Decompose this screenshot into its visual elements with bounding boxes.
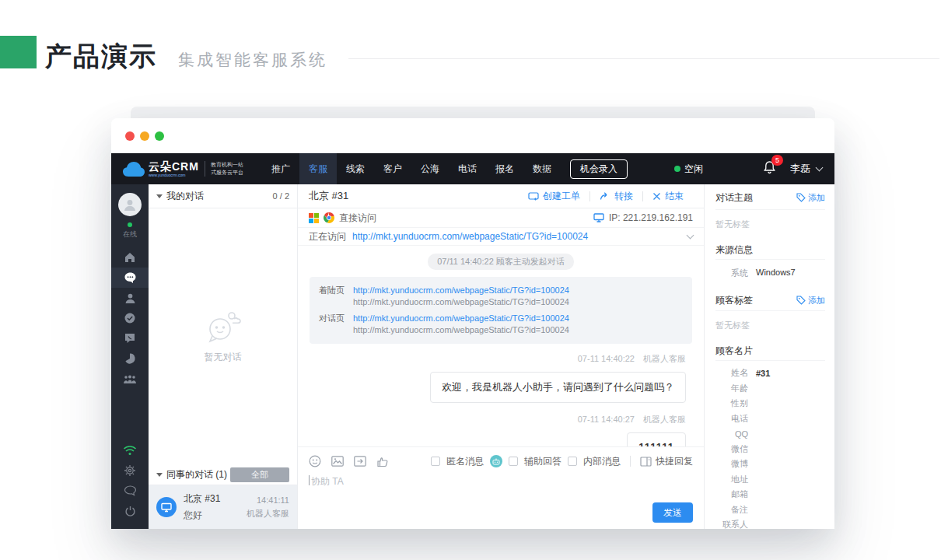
conversation-time: 14:41:11	[257, 495, 289, 505]
message-meta: 07-11 14:40:27 机器人客服	[310, 414, 692, 425]
transfer-button[interactable]: 转接	[590, 190, 642, 203]
end-conversation-button[interactable]: 结束	[643, 190, 693, 203]
pie-chart-icon	[124, 352, 136, 365]
all-button[interactable]: 全部	[230, 467, 289, 482]
landing-page-link[interactable]: http://mkt.yunduocrm.com/webpageStatic/T…	[353, 285, 569, 296]
internal-message-checkbox[interactable]	[568, 457, 577, 466]
customer-tags-empty-label: 暂无标签	[715, 311, 825, 340]
image-icon[interactable]	[331, 456, 344, 467]
colleague-conversations-label: 同事的对话 (1)	[166, 468, 227, 481]
rail-item-settings[interactable]	[111, 460, 149, 481]
windows-icon	[309, 213, 319, 223]
app-logo[interactable]: 云朵CRM www.yunduocrm.com 教育机构一站 式服务云平台	[122, 161, 243, 177]
gear-icon	[124, 464, 136, 477]
rail-item-call-records[interactable]	[111, 328, 149, 348]
robot-assist-icon[interactable]	[490, 455, 502, 467]
user-menu[interactable]: 李磊	[790, 162, 822, 176]
nav-item-customer-service[interactable]: 客服	[299, 153, 337, 184]
dialog-page-link[interactable]: http://mkt.yunduocrm.com/webpageStatic/T…	[353, 313, 569, 324]
traffic-light-zoom-icon[interactable]	[155, 131, 164, 141]
cloud-logo-icon	[122, 161, 145, 177]
browser-window: 云朵CRM www.yunduocrm.com 教育机构一站 式服务云平台 推广…	[111, 118, 834, 529]
speech-bubble-icon	[124, 485, 137, 496]
traffic-light-close-icon[interactable]	[125, 131, 135, 141]
nav-item-promotion[interactable]: 推广	[262, 153, 299, 184]
rail-item-network[interactable]	[111, 440, 149, 460]
traffic-light-minimize-icon[interactable]	[140, 131, 149, 141]
create-ticket-button[interactable]: 创建工单	[519, 190, 589, 203]
message-bubble: 111111	[627, 432, 686, 447]
rail-item-home[interactable]	[111, 247, 149, 268]
conversation-list-item[interactable]: 北京 #31 您好 14:41:11 机器人客服	[149, 485, 297, 529]
no-conversation-icon	[203, 309, 243, 345]
my-conversations-header[interactable]: 我的对话 0 / 2	[149, 184, 297, 208]
window-titlebar	[111, 118, 834, 153]
source-header: 来源信息	[715, 243, 753, 257]
nav-item-signup[interactable]: 报名	[486, 153, 523, 184]
quick-reply-button[interactable]: 快捷回复	[640, 455, 693, 468]
conversation-list-panel: 我的对话 0 / 2 暂无对话 同事的对话	[149, 184, 298, 529]
monitor-icon	[593, 213, 604, 222]
agent-status[interactable]: 空闲	[674, 163, 703, 176]
rail-item-conversations[interactable]	[111, 268, 149, 288]
emoji-icon[interactable]	[309, 455, 321, 467]
quick-reply-book-icon	[640, 457, 652, 467]
notification-bell[interactable]: 5	[763, 160, 776, 177]
send-button[interactable]: 发送	[652, 502, 693, 523]
nav-item-public-pool[interactable]: 公海	[411, 153, 449, 184]
rail-item-contacts[interactable]	[111, 288, 149, 308]
send-file-icon[interactable]	[354, 456, 366, 467]
logo-tagline-line2: 式服务云平台	[211, 169, 243, 177]
landing-page-sub: http://mkt.yunduocrm.com/webpageStatic/T…	[353, 296, 569, 308]
anonymous-checkbox[interactable]	[431, 457, 440, 466]
message-sender: 机器人客服	[643, 354, 686, 363]
dialog-page-label: 对话页	[319, 313, 353, 324]
expand-chevron-icon[interactable]	[687, 231, 694, 239]
customer-field-row: 年龄	[715, 381, 825, 397]
wifi-icon	[123, 445, 137, 456]
ip-label: IP: 221.219.162.191	[609, 212, 693, 223]
collapse-arrow-icon	[156, 473, 163, 477]
rail-item-team[interactable]	[111, 369, 149, 389]
visiting-url-link[interactable]: http://mkt.yunduocrm.com/webpageStatic/T…	[352, 231, 588, 242]
system-value: Windows7	[756, 268, 796, 279]
rate-icon[interactable]	[376, 456, 389, 467]
online-dot-icon	[128, 222, 132, 227]
conversation-agent: 机器人客服	[247, 508, 289, 520]
page-subtitle: 集成智能客服系统	[178, 49, 327, 71]
my-conversations-label: 我的对话	[166, 190, 204, 203]
logo-divider	[205, 161, 205, 177]
rail-item-tasks[interactable]	[111, 308, 149, 328]
assist-answer-checkbox[interactable]	[509, 457, 518, 466]
add-topic-button[interactable]: 添加	[796, 192, 825, 204]
nav-item-leads[interactable]: 线索	[337, 153, 374, 184]
message-input[interactable]: 协助 TA	[309, 471, 693, 502]
avatar-person-icon	[122, 197, 138, 212]
message-phone-icon	[124, 332, 136, 345]
nav-item-data[interactable]: 数据	[523, 153, 561, 184]
opportunity-entry-button[interactable]: 机会录入	[570, 159, 628, 179]
notification-badge: 5	[771, 155, 783, 166]
logo-tagline-line1: 教育机构一站	[211, 161, 243, 170]
avatar[interactable]	[118, 193, 142, 216]
rail-item-feedback[interactable]	[111, 481, 149, 501]
visitor-ip: IP: 221.219.162.191	[593, 212, 693, 223]
page-header: 产品演示 集成智能客服系统	[0, 0, 941, 86]
customer-card-fields: 姓名#31 年龄 性别 电话 QQ 微信 微博 地址 邮箱 备注 联系人	[715, 361, 825, 529]
message-time: 07-11 14:40:22	[578, 354, 635, 363]
add-customer-tag-button[interactable]: 添加	[796, 295, 825, 306]
my-conversations-count: 0 / 2	[273, 191, 289, 201]
chat-panel: 北京 #31 创建工单 转接 结束	[298, 184, 704, 529]
colleague-conversations-header[interactable]: 同事的对话 (1) 全部	[149, 464, 297, 485]
collapse-arrow-icon	[156, 194, 163, 198]
customer-field-row: 性别	[715, 396, 825, 411]
visitor-detail-panel: 对话主题 添加 暂无标签 来源信息 系统 Windows7 顾客标	[704, 184, 834, 529]
rail-item-logout[interactable]	[111, 501, 149, 521]
nav-item-customers[interactable]: 客户	[374, 153, 411, 184]
logo-name: 云朵CRM	[149, 161, 199, 172]
rail-item-statistics[interactable]	[111, 348, 149, 369]
ticket-icon	[528, 191, 539, 201]
nav-item-phone[interactable]: 电话	[449, 153, 486, 184]
chrome-icon	[324, 212, 334, 223]
chat-bubble-icon	[124, 271, 137, 284]
